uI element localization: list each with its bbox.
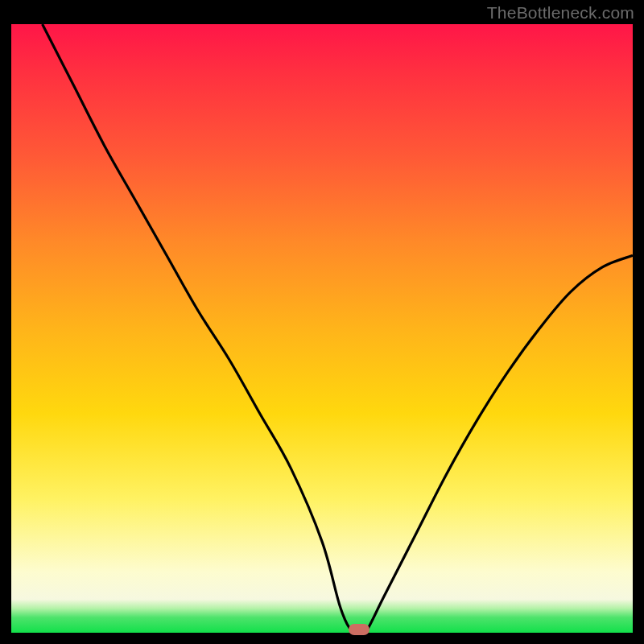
chart-frame (11, 24, 633, 633)
watermark-text: TheBottleneck.com (487, 3, 634, 23)
optimum-marker (349, 624, 369, 635)
background-gradient (11, 24, 633, 633)
